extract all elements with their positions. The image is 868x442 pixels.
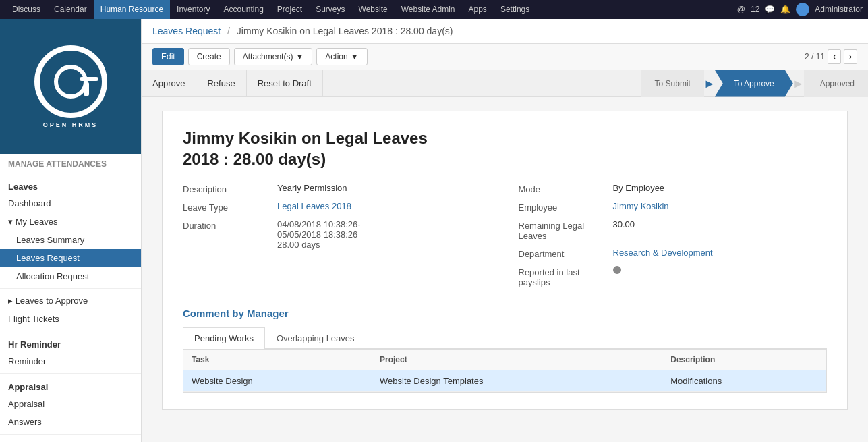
- sidebar-item-allocation-request[interactable]: Allocation Request: [0, 267, 141, 285]
- fields-right: Mode By Employee Employee Jimmy Kosikin …: [519, 183, 828, 294]
- sidebar-item-answers[interactable]: Answers: [0, 413, 141, 431]
- svg-point-1: [56, 67, 86, 96]
- remaining-leaves-value: 30.00: [613, 219, 635, 229]
- divider-2: [0, 288, 141, 289]
- mode-value: By Employee: [613, 183, 665, 193]
- toolbar-right: 2 / 11 ‹ ›: [805, 49, 857, 64]
- cell-task: Website Design: [183, 370, 372, 392]
- sidebar-item-flight-tickets[interactable]: Flight Tickets: [0, 310, 141, 328]
- divider-5: [0, 434, 141, 435]
- page-navigation: 2 / 11 ‹ ›: [805, 49, 857, 64]
- svg-rect-2: [80, 77, 98, 81]
- nav-right: @ 12 💬 🔔 Administrator: [737, 3, 863, 16]
- fields-left: Description Yearly Permission Leave Type…: [183, 183, 492, 294]
- attachment-button[interactable]: Attachment(s) ▼: [234, 48, 313, 65]
- bell-icon[interactable]: 🔔: [780, 5, 790, 14]
- department-value[interactable]: Research & Development: [613, 248, 713, 258]
- table-header: Task Project Description: [183, 350, 826, 370]
- hr-reminder-label: Hr Reminder: [0, 334, 141, 352]
- nav-website[interactable]: Website: [352, 0, 395, 19]
- payslips-value: [613, 266, 621, 276]
- manage-attendances-header: Manage Attendances: [0, 154, 141, 170]
- cell-project: Website Design Templates: [372, 370, 662, 392]
- toolbar-left: Edit Create Attachment(s) ▼ Action ▼: [152, 48, 368, 65]
- tab-pending-works[interactable]: Pending Works: [183, 327, 265, 349]
- page-info: 2 / 11: [805, 52, 825, 61]
- edit-button[interactable]: Edit: [152, 48, 184, 65]
- sidebar-item-reminder[interactable]: Reminder: [0, 352, 141, 370]
- record-title-line2: 2018 : 28.00 day(s): [183, 148, 827, 169]
- leave-type-link[interactable]: Legal Leaves 2018: [277, 201, 351, 211]
- status-bar: Approve Refuse Reset to Draft To Submit …: [142, 70, 868, 97]
- user-avatar[interactable]: [796, 3, 809, 16]
- dropdown-arrow-icon: ▼: [295, 52, 303, 61]
- sidebar: OPEN HRMS Manage Attendances Leaves Dash…: [0, 19, 142, 442]
- pending-works-table-container: Task Project Description Website Design …: [183, 349, 827, 393]
- message-icon[interactable]: 💬: [765, 5, 775, 14]
- sidebar-item-leaves-summary[interactable]: Leaves Summary: [0, 231, 141, 249]
- field-payslips: Reported in last payslips: [519, 266, 828, 287]
- nav-website-admin[interactable]: Website Admin: [395, 0, 462, 19]
- table-row[interactable]: Website Design Website Design Templates …: [183, 370, 826, 392]
- leaves-section-label: Leaves: [0, 176, 141, 194]
- main-layout: OPEN HRMS Manage Attendances Leaves Dash…: [0, 19, 868, 442]
- nav-apps[interactable]: Apps: [462, 0, 494, 19]
- arrow-icon-2: ▸: [8, 296, 16, 306]
- leave-type-value[interactable]: Legal Leaves 2018: [277, 201, 351, 211]
- nav-surveys[interactable]: Surveys: [309, 0, 351, 19]
- next-page-button[interactable]: ›: [844, 49, 857, 64]
- toolbar: Edit Create Attachment(s) ▼ Action ▼ 2 /…: [142, 44, 868, 70]
- prev-page-button[interactable]: ‹: [828, 49, 841, 64]
- duration-value: 04/08/2018 10:38:26- 05/05/2018 18:38:26…: [277, 219, 361, 250]
- field-mode: Mode By Employee: [519, 183, 828, 194]
- notification-count[interactable]: 12: [751, 5, 759, 14]
- form-card: Jimmy Kosikin on Legal Leaves 2018 : 28.…: [162, 111, 848, 410]
- nav-project[interactable]: Project: [270, 0, 309, 19]
- col-description: Description: [662, 350, 826, 370]
- description-value: Yearly Permission: [277, 183, 347, 193]
- nav-settings[interactable]: Settings: [494, 0, 536, 19]
- breadcrumb: Leaves Request / Jimmy Kosikin on Legal …: [152, 26, 453, 36]
- refuse-button[interactable]: Refuse: [196, 70, 246, 96]
- nav-human-resource[interactable]: Human Resource: [94, 0, 170, 19]
- status-stages: To Submit ► To Approve ► Approved: [641, 70, 868, 96]
- logo-open: OPEN HRMS: [43, 121, 98, 128]
- field-leave-type: Leave Type Legal Leaves 2018: [183, 201, 492, 213]
- svg-point-0: [37, 48, 105, 115]
- breadcrumb-separator: /: [227, 26, 230, 36]
- divider-1: [0, 173, 141, 173]
- employee-value[interactable]: Jimmy Kosikin: [613, 201, 669, 211]
- nav-inventory[interactable]: Inventory: [170, 0, 216, 19]
- field-duration: Duration 04/08/2018 10:38:26- 05/05/2018…: [183, 219, 492, 250]
- breadcrumb-current: Jimmy Kosikin on Legal Leaves 2018 : 28.…: [237, 26, 453, 36]
- employee-shift-label: Employee Shift: [0, 437, 141, 442]
- field-employee: Employee Jimmy Kosikin: [519, 201, 828, 213]
- stage-to-approve: To Approve: [715, 70, 793, 97]
- sidebar-item-leaves-to-approve[interactable]: ▸ Leaves to Approve: [0, 292, 141, 310]
- at-icon: @: [737, 5, 745, 14]
- reset-to-draft-button[interactable]: Reset to Draft: [247, 70, 323, 96]
- divider-3: [0, 331, 141, 331]
- cell-description: Modifications: [662, 370, 826, 392]
- tab-overlapping-leaves[interactable]: Overlapping Leaves: [265, 327, 366, 349]
- appraisal-label: Appraisal: [0, 377, 141, 395]
- nav-accounting[interactable]: Accounting: [216, 0, 270, 19]
- approve-button[interactable]: Approve: [142, 70, 196, 96]
- action-button[interactable]: Action ▼: [316, 48, 367, 65]
- nav-calendar[interactable]: Calendar: [47, 0, 94, 19]
- create-button[interactable]: Create: [188, 48, 230, 65]
- sidebar-item-appraisal[interactable]: Appraisal: [0, 395, 141, 413]
- table-body: Website Design Website Design Templates …: [183, 370, 826, 392]
- employee-link[interactable]: Jimmy Kosikin: [613, 201, 669, 211]
- sidebar-item-my-leaves[interactable]: ▾ My Leaves: [0, 213, 141, 231]
- attachment-label: Attachment(s): [243, 52, 293, 61]
- col-task: Task: [183, 350, 372, 370]
- breadcrumb-parent[interactable]: Leaves Request: [152, 26, 221, 36]
- sidebar-item-dashboard[interactable]: Dashboard: [0, 194, 141, 213]
- action-dropdown-icon: ▼: [351, 52, 359, 61]
- action-label: Action: [325, 52, 347, 61]
- sidebar-item-leaves-request[interactable]: Leaves Request: [0, 249, 141, 267]
- leave-type-label: Leave Type: [183, 201, 277, 213]
- nav-discuss[interactable]: Discuss: [5, 0, 47, 19]
- department-link[interactable]: Research & Development: [613, 248, 713, 258]
